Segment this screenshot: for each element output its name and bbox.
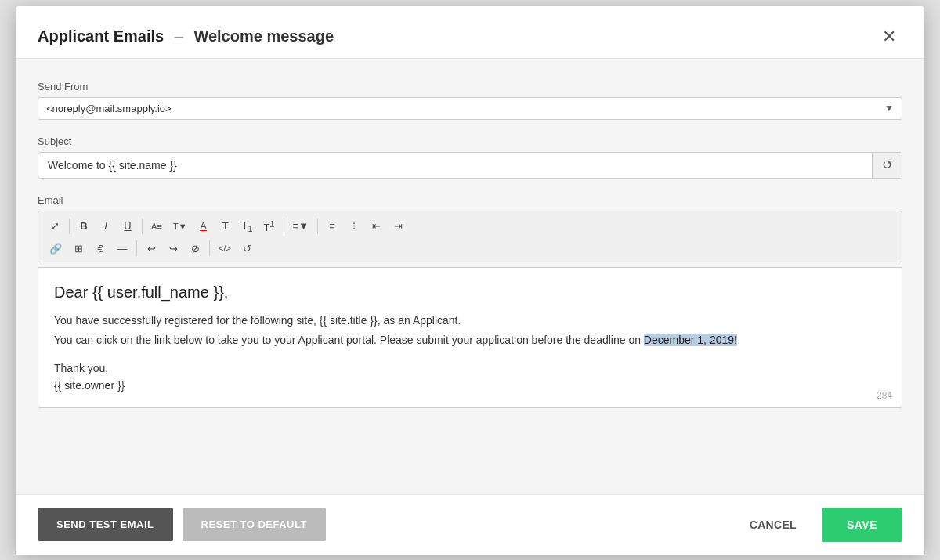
- table-button[interactable]: ⊞: [68, 240, 89, 258]
- expand-button[interactable]: ⤢: [45, 217, 65, 235]
- separator: [136, 240, 137, 256]
- modal-header: Applicant Emails – Welcome message ✕: [16, 6, 924, 59]
- font-size-button[interactable]: T▼: [168, 219, 192, 234]
- email-body: You have successfully registered for the…: [54, 313, 886, 349]
- deadline-highlight: December 1, 2019!: [644, 334, 737, 346]
- modal-footer: SEND TEST EMAIL RESET TO DEFAULT CANCEL …: [16, 494, 924, 555]
- strikethrough-button[interactable]: T: [215, 217, 236, 235]
- italic-button[interactable]: I: [96, 217, 116, 235]
- link-button[interactable]: 🔗: [45, 240, 67, 258]
- email-greeting: Dear {{ user.full_name }},: [54, 284, 886, 302]
- subject-refresh-button[interactable]: ↺: [872, 153, 902, 178]
- reset-to-default-button[interactable]: RESET TO DEFAULT: [183, 508, 326, 541]
- title-dash: –: [175, 27, 183, 45]
- email-toolbar: ⤢ B I U A≡ T▼ A T T1 T1 ≡▼ ≡ ⁝: [38, 211, 902, 262]
- send-test-email-button[interactable]: SEND TEST EMAIL: [38, 508, 173, 541]
- separator: [317, 219, 318, 234]
- subject-row: ↺: [38, 152, 902, 179]
- superscript-button[interactable]: T1: [259, 216, 280, 237]
- toolbar-row-2: 🔗 ⊞ € — ↩ ↪ ⊘ </> ↺: [45, 240, 895, 258]
- separator: [284, 219, 284, 234]
- char-count: 284: [877, 390, 892, 401]
- remove-format-button[interactable]: ⊘: [185, 240, 205, 258]
- save-button[interactable]: SAVE: [822, 508, 902, 542]
- template-button[interactable]: ↺: [237, 240, 258, 258]
- subscript-button[interactable]: T1: [237, 216, 258, 237]
- font-color-button[interactable]: A: [193, 217, 214, 235]
- send-from-value: <noreply@mail.smapply.io>: [46, 103, 878, 114]
- subject-label: Subject: [38, 135, 902, 147]
- undo-button[interactable]: ↩: [141, 240, 161, 258]
- email-line1: You have successfully registered for the…: [54, 313, 886, 329]
- subject-input[interactable]: [38, 153, 872, 178]
- email-signature: Thank you, {{ site.owner }}: [54, 359, 886, 395]
- unordered-list-button[interactable]: ⁝: [344, 217, 364, 235]
- separator: [142, 219, 143, 234]
- chevron-down-icon: ▼: [884, 103, 894, 114]
- close-button[interactable]: ✕: [876, 25, 902, 49]
- separator: [69, 219, 70, 234]
- bold-button[interactable]: B: [74, 217, 94, 235]
- title-suffix: Welcome message: [193, 27, 334, 45]
- email-line2: You can click on the link below to take …: [54, 332, 886, 349]
- currency-button[interactable]: €: [90, 240, 110, 258]
- code-button[interactable]: </>: [214, 240, 236, 256]
- email-section: Email ⤢ B I U A≡ T▼ A T T1 T1 ≡▼: [38, 194, 902, 408]
- hr-button[interactable]: —: [112, 240, 132, 258]
- cancel-button[interactable]: CANCEL: [734, 508, 812, 542]
- separator: [209, 240, 210, 256]
- align-button[interactable]: ≡▼: [288, 217, 313, 235]
- title-prefix: Applicant Emails: [38, 27, 164, 45]
- email-label: Email: [38, 194, 902, 206]
- indent-right-button[interactable]: ⇥: [388, 217, 408, 235]
- underline-button[interactable]: U: [118, 217, 138, 235]
- indent-left-button[interactable]: ⇤: [366, 217, 386, 235]
- modal-container: Applicant Emails – Welcome message ✕ Sen…: [16, 6, 924, 555]
- redo-button[interactable]: ↪: [163, 240, 183, 258]
- ordered-list-button[interactable]: ≡: [322, 217, 342, 235]
- modal-body: Send From <noreply@mail.smapply.io> ▼ Su…: [16, 59, 924, 494]
- subject-group: Subject ↺: [38, 135, 902, 179]
- line-height-button[interactable]: A≡: [146, 219, 167, 234]
- send-from-select[interactable]: <noreply@mail.smapply.io> ▼: [38, 97, 902, 120]
- email-editor[interactable]: Dear {{ user.full_name }}, You have succ…: [38, 267, 902, 408]
- toolbar-row-1: ⤢ B I U A≡ T▼ A T T1 T1 ≡▼ ≡ ⁝: [45, 216, 895, 237]
- modal-title: Applicant Emails – Welcome message: [38, 27, 334, 45]
- send-from-group: Send From <noreply@mail.smapply.io> ▼: [38, 81, 902, 120]
- send-from-label: Send From: [38, 81, 902, 92]
